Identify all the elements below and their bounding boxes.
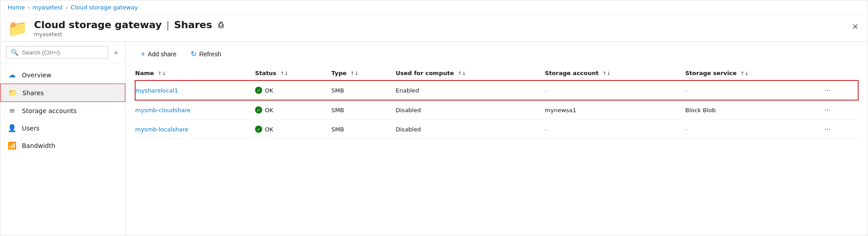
cell-used-for-compute: Enabled xyxy=(396,80,545,100)
main-layout: 🔍 « ☁ Overview 📁 Shares ≡ Storage accoun… xyxy=(0,42,868,236)
cell-name[interactable]: mysharelocal1 xyxy=(135,80,255,100)
status-ok-icon xyxy=(255,106,262,114)
sort-icon-storage-service: ↑↓ xyxy=(740,71,749,76)
sidebar-item-bandwidth[interactable]: 📶 Bandwidth xyxy=(0,137,125,154)
users-icon: 👤 xyxy=(8,124,17,132)
col-storage-account[interactable]: Storage account ↑↓ xyxy=(545,66,685,80)
status-label: OK xyxy=(265,87,273,94)
cell-status: OK xyxy=(255,100,332,120)
cell-used-for-compute: Disabled xyxy=(396,100,545,120)
refresh-icon: ↻ xyxy=(191,50,196,58)
col-type[interactable]: Type ↑↓ xyxy=(332,66,396,80)
table-header-row: Name ↑↓ Status ↑↓ Type ↑↓ xyxy=(135,66,858,80)
toolbar: + Add share ↻ Refresh xyxy=(126,47,868,66)
page-section: Shares xyxy=(174,19,212,30)
refresh-button[interactable]: ↻ Refresh xyxy=(184,47,227,61)
sidebar-label-storage-accounts: Storage accounts xyxy=(22,107,77,114)
cell-type: SMB xyxy=(332,100,396,120)
sidebar-item-storage-accounts[interactable]: ≡ Storage accounts xyxy=(0,102,125,119)
table-container: Name ↑↓ Status ↑↓ Type ↑↓ xyxy=(126,66,868,236)
print-icon[interactable]: ⎙ xyxy=(218,20,223,30)
cell-type: SMB xyxy=(332,120,396,139)
cell-storage-service: Block Blob xyxy=(685,100,821,120)
status-ok-icon xyxy=(255,87,262,94)
status-label: OK xyxy=(265,107,273,114)
table-row[interactable]: mysmb-cloudshare OK SMB Disabled mynewsa… xyxy=(135,100,858,120)
sidebar-search-area: 🔍 « xyxy=(0,42,125,63)
page-title: Cloud storage gateway xyxy=(34,19,162,30)
col-status[interactable]: Status ↑↓ xyxy=(255,66,332,80)
cell-storage-account: - xyxy=(545,80,685,100)
sort-icon-compute: ↑↓ xyxy=(458,71,466,76)
more-options-button[interactable]: ··· xyxy=(821,85,834,95)
cell-name[interactable]: mysmb-cloudshare xyxy=(135,100,255,120)
content-area: + Add share ↻ Refresh Name ↑↓ xyxy=(126,42,868,236)
cell-more[interactable]: ··· xyxy=(821,100,859,120)
search-box[interactable]: 🔍 xyxy=(6,46,108,59)
header-subtitle: myasetest xyxy=(34,31,223,38)
cell-name[interactable]: mysmb-localshare xyxy=(135,120,255,139)
storage-icon: ≡ xyxy=(8,106,17,115)
sidebar-label-shares: Shares xyxy=(22,89,44,97)
col-storage-service[interactable]: Storage service ↑↓ xyxy=(685,66,821,80)
sidebar-item-overview[interactable]: ☁ Overview xyxy=(0,66,125,84)
sort-icon-name: ↑↓ xyxy=(158,71,166,76)
page-header: 📁 Cloud storage gateway | Shares ⎙ myase… xyxy=(0,15,868,42)
sort-icon-status: ↑↓ xyxy=(280,71,288,76)
cell-more[interactable]: ··· xyxy=(821,120,859,139)
sort-icon-storage-account: ↑↓ xyxy=(603,71,611,76)
status-label: OK xyxy=(265,126,273,133)
sort-icon-type: ↑↓ xyxy=(350,71,358,76)
add-share-button[interactable]: + Add share xyxy=(135,47,183,61)
breadcrumb-home[interactable]: Home xyxy=(8,4,25,11)
table-row[interactable]: mysmb-localshare OK SMB Disabled - - ··· xyxy=(135,120,858,139)
bandwidth-icon: 📶 xyxy=(8,141,17,150)
cell-more[interactable]: ··· xyxy=(821,80,859,100)
cell-type: SMB xyxy=(332,80,396,100)
cell-storage-service: - xyxy=(685,120,821,139)
cell-storage-service: - xyxy=(685,80,821,100)
sidebar-label-bandwidth: Bandwidth xyxy=(22,142,55,149)
add-share-label: Add share xyxy=(148,51,176,58)
cell-status: OK xyxy=(255,120,332,139)
breadcrumb-cloud-storage-gateway[interactable]: Cloud storage gateway xyxy=(71,4,138,11)
status-ok-icon xyxy=(255,126,262,133)
col-actions xyxy=(821,66,859,80)
sidebar: 🔍 « ☁ Overview 📁 Shares ≡ Storage accoun… xyxy=(0,42,126,236)
cloud-icon: ☁ xyxy=(8,71,17,79)
folder-icon: 📁 xyxy=(8,88,17,97)
header-folder-icon: 📁 xyxy=(8,21,28,37)
search-icon: 🔍 xyxy=(11,49,18,56)
collapse-button[interactable]: « xyxy=(112,46,120,59)
cell-used-for-compute: Disabled xyxy=(396,120,545,139)
cell-storage-account: mynewsa1 xyxy=(545,100,685,120)
title-divider: | xyxy=(166,19,169,30)
breadcrumb-myasetest[interactable]: myasetest xyxy=(33,4,63,11)
table-row[interactable]: mysharelocal1 OK SMB Enabled - - ··· xyxy=(135,80,858,100)
sidebar-label-users: Users xyxy=(22,125,39,132)
sidebar-label-overview: Overview xyxy=(22,72,51,79)
sidebar-item-users[interactable]: 👤 Users xyxy=(0,119,125,137)
cell-status: OK xyxy=(255,80,332,100)
refresh-label: Refresh xyxy=(199,51,221,58)
sidebar-item-shares[interactable]: 📁 Shares xyxy=(0,84,125,102)
cell-storage-account: - xyxy=(545,120,685,139)
search-input[interactable] xyxy=(22,49,103,56)
more-options-button[interactable]: ··· xyxy=(821,105,834,115)
more-options-button[interactable]: ··· xyxy=(821,124,834,134)
sidebar-nav: ☁ Overview 📁 Shares ≡ Storage accounts 👤… xyxy=(0,63,125,157)
breadcrumb: Home › myasetest › Cloud storage gateway xyxy=(0,0,868,15)
shares-table: Name ↑↓ Status ↑↓ Type ↑↓ xyxy=(135,66,859,139)
add-icon: + xyxy=(141,50,145,58)
col-name[interactable]: Name ↑↓ xyxy=(135,66,255,80)
col-used-for-compute[interactable]: Used for compute ↑↓ xyxy=(396,66,545,80)
close-icon[interactable]: ✕ xyxy=(852,22,859,31)
